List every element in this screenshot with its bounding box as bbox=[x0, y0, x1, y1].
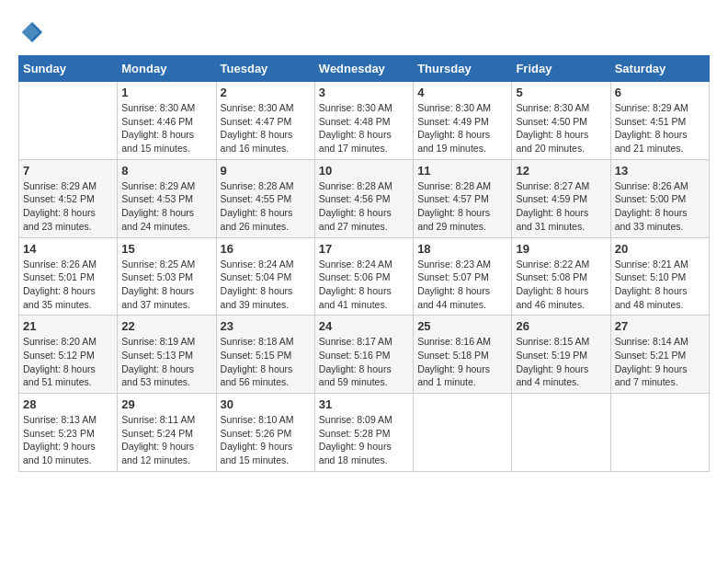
calendar-cell: 17 Sunrise: 8:24 AMSunset: 5:06 PMDaylig… bbox=[314, 237, 413, 316]
logo bbox=[18, 18, 50, 46]
calendar-cell: 5 Sunrise: 8:30 AMSunset: 4:50 PMDayligh… bbox=[512, 82, 610, 160]
day-number: 6 bbox=[615, 86, 705, 99]
calendar-cell: 28 Sunrise: 8:13 AMSunset: 5:23 PMDaylig… bbox=[19, 394, 118, 472]
day-info: Sunrise: 8:13 AMSunset: 5:23 PMDaylight:… bbox=[23, 413, 113, 467]
calendar-cell: 2 Sunrise: 8:30 AMSunset: 4:47 PMDayligh… bbox=[216, 82, 314, 160]
day-number: 13 bbox=[615, 164, 705, 178]
weekday-header-monday: Monday bbox=[118, 56, 216, 82]
day-info: Sunrise: 8:18 AMSunset: 5:15 PMDaylight:… bbox=[221, 335, 311, 389]
day-number: 20 bbox=[615, 242, 705, 256]
day-number: 5 bbox=[516, 86, 606, 99]
day-number: 10 bbox=[319, 164, 409, 178]
day-number: 26 bbox=[516, 319, 606, 333]
day-number: 11 bbox=[417, 164, 507, 178]
day-info: Sunrise: 8:15 AMSunset: 5:19 PMDaylight:… bbox=[516, 335, 606, 389]
day-number: 15 bbox=[121, 242, 211, 256]
day-info: Sunrise: 8:23 AMSunset: 5:07 PMDaylight:… bbox=[417, 258, 507, 312]
day-number: 18 bbox=[417, 242, 507, 256]
day-number: 12 bbox=[516, 164, 606, 178]
calendar-cell: 1 Sunrise: 8:30 AMSunset: 4:46 PMDayligh… bbox=[118, 82, 216, 160]
calendar-cell: 6 Sunrise: 8:29 AMSunset: 4:51 PMDayligh… bbox=[610, 82, 709, 160]
calendar-cell: 21 Sunrise: 8:20 AMSunset: 5:12 PMDaylig… bbox=[19, 316, 118, 394]
day-info: Sunrise: 8:24 AMSunset: 5:06 PMDaylight:… bbox=[319, 258, 409, 312]
day-number: 8 bbox=[121, 164, 211, 178]
day-info: Sunrise: 8:26 AMSunset: 5:00 PMDaylight:… bbox=[615, 179, 705, 234]
weekday-header-tuesday: Tuesday bbox=[216, 56, 314, 82]
calendar-cell bbox=[610, 394, 709, 472]
calendar-week-row: 21 Sunrise: 8:20 AMSunset: 5:12 PMDaylig… bbox=[19, 316, 710, 394]
day-info: Sunrise: 8:25 AMSunset: 5:03 PMDaylight:… bbox=[121, 258, 211, 312]
day-number: 4 bbox=[417, 86, 507, 99]
day-number: 27 bbox=[615, 319, 705, 333]
day-number: 2 bbox=[221, 86, 311, 99]
calendar-cell: 27 Sunrise: 8:14 AMSunset: 5:21 PMDaylig… bbox=[610, 316, 709, 394]
day-number: 7 bbox=[23, 164, 113, 178]
day-number: 25 bbox=[417, 319, 507, 333]
weekday-header-wednesday: Wednesday bbox=[314, 56, 413, 82]
weekday-header-thursday: Thursday bbox=[414, 56, 512, 82]
day-info: Sunrise: 8:24 AMSunset: 5:04 PMDaylight:… bbox=[221, 258, 311, 312]
calendar-cell: 10 Sunrise: 8:28 AMSunset: 4:56 PMDaylig… bbox=[314, 159, 413, 237]
calendar-cell: 24 Sunrise: 8:17 AMSunset: 5:16 PMDaylig… bbox=[314, 316, 413, 394]
day-info: Sunrise: 8:27 AMSunset: 4:59 PMDaylight:… bbox=[516, 179, 606, 234]
day-number: 21 bbox=[23, 319, 113, 333]
logo-icon bbox=[18, 18, 46, 46]
day-info: Sunrise: 8:16 AMSunset: 5:18 PMDaylight:… bbox=[417, 335, 507, 389]
calendar-cell: 14 Sunrise: 8:26 AMSunset: 5:01 PMDaylig… bbox=[19, 237, 118, 316]
calendar-cell: 12 Sunrise: 8:27 AMSunset: 4:59 PMDaylig… bbox=[512, 159, 610, 237]
calendar-cell: 30 Sunrise: 8:10 AMSunset: 5:26 PMDaylig… bbox=[216, 394, 314, 472]
calendar-week-row: 1 Sunrise: 8:30 AMSunset: 4:46 PMDayligh… bbox=[19, 82, 710, 160]
day-number: 14 bbox=[23, 242, 113, 256]
calendar-cell: 20 Sunrise: 8:21 AMSunset: 5:10 PMDaylig… bbox=[610, 237, 709, 316]
day-info: Sunrise: 8:17 AMSunset: 5:16 PMDaylight:… bbox=[319, 335, 409, 389]
day-number: 1 bbox=[121, 86, 211, 99]
day-info: Sunrise: 8:11 AMSunset: 5:24 PMDaylight:… bbox=[121, 413, 211, 467]
calendar-cell: 16 Sunrise: 8:24 AMSunset: 5:04 PMDaylig… bbox=[216, 237, 314, 316]
day-info: Sunrise: 8:28 AMSunset: 4:57 PMDaylight:… bbox=[417, 179, 507, 234]
day-info: Sunrise: 8:30 AMSunset: 4:48 PMDaylight:… bbox=[319, 101, 409, 155]
weekday-header-row: SundayMondayTuesdayWednesdayThursdayFrid… bbox=[19, 56, 710, 82]
weekday-header-sunday: Sunday bbox=[19, 56, 118, 82]
calendar-cell: 22 Sunrise: 8:19 AMSunset: 5:13 PMDaylig… bbox=[118, 316, 216, 394]
day-number: 31 bbox=[319, 397, 409, 411]
day-info: Sunrise: 8:30 AMSunset: 4:50 PMDaylight:… bbox=[516, 101, 606, 155]
day-number: 29 bbox=[121, 397, 211, 411]
calendar-cell bbox=[414, 394, 512, 472]
calendar-cell: 31 Sunrise: 8:09 AMSunset: 5:28 PMDaylig… bbox=[314, 394, 413, 472]
day-info: Sunrise: 8:29 AMSunset: 4:53 PMDaylight:… bbox=[121, 179, 211, 234]
day-info: Sunrise: 8:09 AMSunset: 5:28 PMDaylight:… bbox=[319, 413, 409, 467]
calendar-cell: 4 Sunrise: 8:30 AMSunset: 4:49 PMDayligh… bbox=[414, 82, 512, 160]
day-info: Sunrise: 8:30 AMSunset: 4:47 PMDaylight:… bbox=[221, 101, 311, 155]
day-number: 19 bbox=[516, 242, 606, 256]
calendar-cell: 29 Sunrise: 8:11 AMSunset: 5:24 PMDaylig… bbox=[118, 394, 216, 472]
day-info: Sunrise: 8:26 AMSunset: 5:01 PMDaylight:… bbox=[23, 258, 113, 312]
day-info: Sunrise: 8:20 AMSunset: 5:12 PMDaylight:… bbox=[23, 335, 113, 389]
day-info: Sunrise: 8:10 AMSunset: 5:26 PMDaylight:… bbox=[221, 413, 311, 467]
day-info: Sunrise: 8:21 AMSunset: 5:10 PMDaylight:… bbox=[615, 258, 705, 312]
weekday-header-friday: Friday bbox=[512, 56, 610, 82]
calendar-week-row: 7 Sunrise: 8:29 AMSunset: 4:52 PMDayligh… bbox=[19, 159, 710, 237]
day-number: 28 bbox=[23, 397, 113, 411]
page-header bbox=[18, 18, 710, 46]
day-info: Sunrise: 8:28 AMSunset: 4:56 PMDaylight:… bbox=[319, 179, 409, 234]
day-info: Sunrise: 8:30 AMSunset: 4:49 PMDaylight:… bbox=[417, 101, 507, 155]
day-number: 23 bbox=[221, 319, 311, 333]
day-number: 3 bbox=[319, 86, 409, 99]
calendar-cell bbox=[19, 82, 118, 160]
calendar-cell: 25 Sunrise: 8:16 AMSunset: 5:18 PMDaylig… bbox=[414, 316, 512, 394]
day-info: Sunrise: 8:28 AMSunset: 4:55 PMDaylight:… bbox=[221, 179, 311, 234]
calendar-cell: 7 Sunrise: 8:29 AMSunset: 4:52 PMDayligh… bbox=[19, 159, 118, 237]
calendar-week-row: 28 Sunrise: 8:13 AMSunset: 5:23 PMDaylig… bbox=[19, 394, 710, 472]
day-number: 22 bbox=[121, 319, 211, 333]
calendar-week-row: 14 Sunrise: 8:26 AMSunset: 5:01 PMDaylig… bbox=[19, 237, 710, 316]
day-number: 9 bbox=[221, 164, 311, 178]
calendar-cell: 26 Sunrise: 8:15 AMSunset: 5:19 PMDaylig… bbox=[512, 316, 610, 394]
calendar-cell: 9 Sunrise: 8:28 AMSunset: 4:55 PMDayligh… bbox=[216, 159, 314, 237]
day-info: Sunrise: 8:22 AMSunset: 5:08 PMDaylight:… bbox=[516, 258, 606, 312]
day-number: 16 bbox=[221, 242, 311, 256]
calendar-cell: 11 Sunrise: 8:28 AMSunset: 4:57 PMDaylig… bbox=[414, 159, 512, 237]
day-number: 17 bbox=[319, 242, 409, 256]
calendar-cell: 8 Sunrise: 8:29 AMSunset: 4:53 PMDayligh… bbox=[118, 159, 216, 237]
day-number: 24 bbox=[319, 319, 409, 333]
calendar-cell: 3 Sunrise: 8:30 AMSunset: 4:48 PMDayligh… bbox=[314, 82, 413, 160]
